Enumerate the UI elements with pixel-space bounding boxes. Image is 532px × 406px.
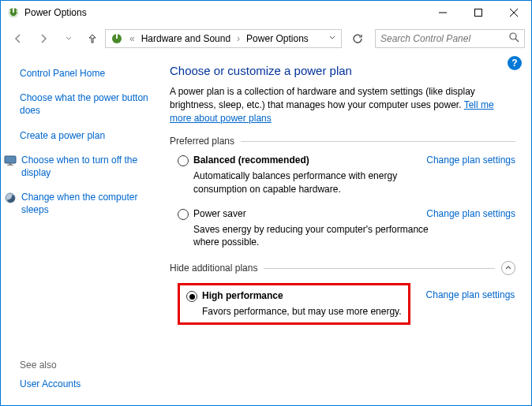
monitor-icon [4, 155, 17, 167]
highperf-desc: Favors performance, but may use more ene… [202, 305, 402, 318]
powersaver-change-settings-link[interactable]: Change plan settings [426, 208, 515, 219]
powersaver-radio[interactable] [178, 209, 189, 220]
powersaver-desc: Saves energy by reducing your computer's… [193, 223, 446, 248]
breadcrumb-dropdown-icon[interactable] [325, 33, 339, 44]
sidebar: Control Panel Home Choose what the power… [1, 53, 167, 405]
refresh-button[interactable] [348, 29, 367, 48]
recent-dropdown[interactable] [58, 28, 80, 50]
user-accounts-link[interactable]: User Accounts [20, 378, 81, 389]
see-also-label: See also [20, 359, 81, 371]
close-button[interactable] [496, 1, 531, 24]
svg-point-8 [510, 33, 516, 39]
svg-rect-1 [13, 8, 14, 13]
minimize-button[interactable] [425, 1, 460, 24]
turn-off-display-link[interactable]: Choose when to turn off the display [21, 154, 157, 179]
main-content: ? Choose or customize a power plan A pow… [167, 53, 531, 405]
hide-additional-header[interactable]: Hide additional plans [170, 261, 515, 275]
balanced-change-settings-link[interactable]: Change plan settings [426, 155, 515, 166]
svg-rect-3 [474, 9, 481, 17]
see-also-section: See also User Accounts [20, 359, 81, 389]
app-icon [7, 6, 20, 19]
balanced-name[interactable]: Balanced (recommended) [193, 155, 426, 166]
control-panel-home-link[interactable]: Control Panel Home [20, 67, 157, 80]
collapse-icon[interactable] [501, 261, 515, 275]
breadcrumb-power-options[interactable]: Power Options [243, 32, 312, 46]
search-box[interactable] [375, 29, 525, 48]
help-icon[interactable]: ? [508, 56, 522, 70]
highperf-highlight: High performance Favors performance, but… [178, 283, 410, 325]
navbar: « Hardware and Sound › Power Options [1, 24, 531, 53]
balanced-desc: Automatically balances performance with … [193, 169, 446, 195]
svg-rect-10 [5, 156, 16, 163]
svg-rect-12 [7, 165, 13, 166]
content-body: Control Panel Home Choose what the power… [1, 53, 531, 405]
sleep-icon [4, 192, 17, 204]
chevron-right-icon[interactable]: « [128, 33, 137, 44]
plan-powersaver: Power saver Change plan settings Saves e… [178, 208, 515, 248]
breadcrumb-icon [111, 32, 123, 45]
titlebar: Power Options [1, 1, 531, 24]
balanced-radio[interactable] [178, 155, 189, 166]
page-heading: Choose or customize a power plan [170, 64, 515, 77]
forward-button[interactable] [32, 28, 54, 50]
search-input[interactable] [380, 33, 509, 44]
powersaver-name[interactable]: Power saver [193, 208, 426, 219]
computer-sleeps-link[interactable]: Change when the computer sleeps [21, 191, 157, 216]
hide-additional-label: Hide additional plans [170, 263, 257, 274]
breadcrumb-hardware[interactable]: Hardware and Sound [138, 32, 234, 46]
svg-rect-11 [9, 163, 12, 165]
back-button[interactable] [7, 28, 29, 50]
plan-highperf-row: High performance Favors performance, but… [178, 283, 515, 325]
preferred-plans-header: Preferred plans [170, 136, 515, 147]
page-description: A power plan is a collection of hardware… [170, 85, 515, 125]
highperf-name[interactable]: High performance [202, 290, 402, 301]
preferred-plans-label: Preferred plans [170, 136, 234, 147]
desc-text: A power plan is a collection of hardware… [170, 86, 475, 110]
window-title: Power Options [24, 7, 87, 18]
svg-rect-7 [116, 34, 118, 39]
breadcrumb[interactable]: « Hardware and Sound › Power Options [105, 29, 342, 48]
chevron-right-icon: › [235, 33, 242, 44]
plan-balanced: Balanced (recommended) Change plan setti… [178, 155, 515, 195]
search-icon[interactable] [509, 32, 519, 45]
highperf-change-settings-link[interactable]: Change plan settings [426, 289, 515, 300]
up-button[interactable] [83, 29, 102, 48]
svg-line-9 [515, 39, 519, 42]
create-power-plan-link[interactable]: Create a power plan [20, 129, 157, 142]
highperf-radio[interactable] [186, 291, 197, 302]
power-options-window: Power Options « Hardware and Sound › Pow… [0, 0, 532, 406]
maximize-button[interactable] [460, 1, 496, 24]
choose-power-button-link[interactable]: Choose what the power button does [20, 91, 157, 117]
